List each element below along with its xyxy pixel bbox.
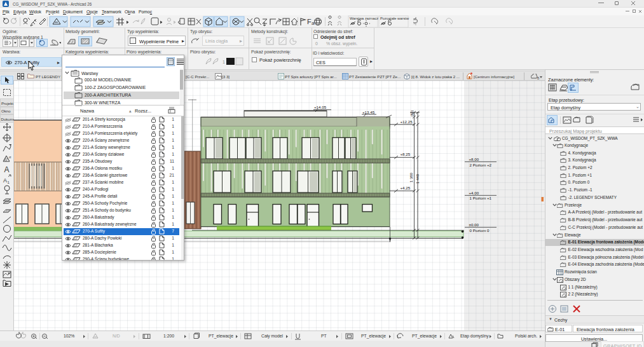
svg-text:+8,25: +8,25 — [401, 152, 411, 156]
svg-text:+4,25: +4,25 — [401, 186, 411, 190]
svg-text:1 440: 1 440 — [416, 174, 420, 184]
svg-text:+14,05: +14,05 — [314, 105, 327, 109]
svg-text:+12,25: +12,25 — [401, 119, 413, 124]
svg-text:±0,00: ±0,00 — [469, 222, 479, 227]
svg-text:(60): (60) — [410, 111, 414, 116]
svg-text:+4,00: +4,00 — [469, 191, 479, 195]
svg-text:1 Poziom +1: 1 Poziom +1 — [470, 196, 492, 200]
svg-text:Warstwa zaznacz: Warstwa zaznacz — [350, 17, 378, 20]
svg-text:α: α — [9, 155, 11, 159]
svg-text:+8,00: +8,00 — [469, 157, 479, 161]
svg-text:F: F — [307, 18, 312, 25]
svg-text:A: A — [3, 177, 7, 184]
svg-text:1: 1 — [8, 180, 10, 184]
svg-text:0 Poziom 0: 0 Poziom 0 — [470, 228, 490, 233]
svg-text:Pozostałe warstw: Pozostałe warstw — [380, 17, 409, 20]
svg-text:1: 1 — [223, 60, 225, 64]
svg-text:2 Poziom +2: 2 Poziom +2 — [470, 163, 492, 167]
svg-text:A: A — [4, 165, 10, 174]
svg-text:1 380: 1 380 — [409, 172, 413, 182]
svg-text:B: B — [537, 76, 540, 79]
svg-text:+13,45: +13,45 — [362, 110, 375, 114]
